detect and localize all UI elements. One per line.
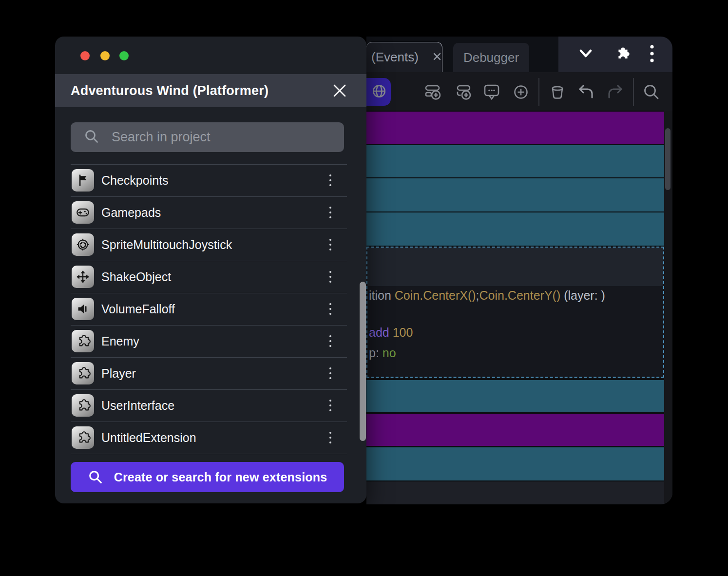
puzzle-icon (72, 362, 94, 384)
dialog-title: Adventurous Wind (Platformer) (71, 83, 268, 98)
add-event-button[interactable] (422, 81, 444, 103)
add-circle-button[interactable] (510, 81, 532, 103)
close-icon[interactable] (331, 82, 348, 99)
window-header-actions (558, 37, 672, 72)
item-menu-button[interactable] (321, 299, 340, 319)
list-item-volumefalloff[interactable]: VolumeFalloff (55, 293, 366, 325)
list-item-label: Checkpoints (101, 164, 169, 196)
puzzle-icon (72, 426, 94, 449)
list-item-gamepads[interactable]: Gamepads (55, 196, 366, 229)
kebab-menu-icon[interactable] (649, 43, 655, 66)
traffic-zoom-button[interactable] (119, 51, 129, 60)
item-menu-button[interactable] (321, 171, 340, 190)
selected-event-block[interactable]: ition Coin.CenterX();Coin.CenterY() (lay… (366, 247, 664, 378)
events-toolbar (366, 72, 672, 112)
event-row[interactable] (366, 414, 664, 446)
event-action-text: add 100 (369, 326, 413, 340)
globe-icon (369, 81, 389, 103)
list-item-enemy[interactable]: Enemy (55, 325, 366, 357)
list-item-label: ShakeObject (101, 261, 171, 293)
item-menu-button[interactable] (321, 267, 340, 287)
dialog-header: Adventurous Wind (Platformer) (55, 74, 366, 107)
undo-button[interactable] (575, 81, 597, 103)
item-menu-button[interactable] (321, 396, 340, 415)
list-item-untitledextension[interactable]: UntitledExtension (55, 422, 366, 454)
dialog-scrollbar-thumb[interactable] (360, 282, 366, 441)
list-item-label: UserInterface (101, 389, 174, 422)
search-box (71, 122, 344, 152)
item-menu-button[interactable] (321, 331, 340, 351)
list-item-label: Player (101, 357, 136, 389)
event-row[interactable] (366, 212, 664, 246)
editor-window: (Events) Debugger (366, 37, 672, 504)
search-input[interactable] (111, 129, 344, 145)
event-row[interactable] (366, 145, 664, 177)
gamepad-icon (72, 201, 94, 224)
search-icon (88, 469, 103, 485)
create-extension-button[interactable]: Create or search for new extensions (71, 462, 344, 492)
traffic-close-button[interactable] (80, 51, 90, 60)
redo-button[interactable] (604, 81, 626, 103)
puzzle-icon (72, 394, 94, 417)
item-menu-button[interactable] (321, 203, 340, 222)
tab-close-icon[interactable] (431, 51, 443, 64)
extensions-list: Checkpoints Gamepads SpriteMultitouchJoy… (55, 164, 366, 454)
event-row[interactable] (366, 447, 664, 480)
move-arrows-icon (72, 266, 94, 288)
selected-event-header (367, 248, 663, 286)
divider (71, 454, 347, 454)
tab-debugger-label: Debugger (463, 50, 519, 65)
list-item-spritemultitouchjoystick[interactable]: SpriteMultitouchJoystick (55, 229, 366, 261)
puzzle-icon (72, 330, 94, 352)
list-item-label: Gamepads (101, 196, 161, 229)
events-scrollbar-thumb[interactable] (665, 128, 671, 190)
list-item-checkpoints[interactable]: Checkpoints (55, 164, 366, 196)
event-row[interactable] (366, 380, 664, 412)
toolbar-toggle-button[interactable] (366, 78, 391, 106)
event-row[interactable] (366, 112, 664, 144)
search-events-button[interactable] (640, 81, 663, 103)
item-menu-button[interactable] (321, 364, 340, 383)
list-item-shakeobject[interactable]: ShakeObject (55, 261, 366, 293)
joystick-icon (72, 233, 94, 256)
item-menu-button[interactable] (321, 428, 340, 447)
create-extension-label: Create or search for new extensions (114, 470, 327, 484)
add-subevent-button[interactable] (453, 81, 475, 103)
list-item-label: Enemy (101, 325, 139, 357)
speaker-icon (72, 298, 94, 320)
list-item-player[interactable]: Player (55, 357, 366, 389)
flag-icon (72, 169, 94, 192)
search-icon (83, 128, 100, 147)
tab-bar: (Events) Debugger (366, 37, 672, 72)
item-menu-button[interactable] (321, 235, 340, 254)
events-sheet: ition Coin.CenterX();Coin.CenterY() (lay… (366, 111, 664, 481)
tab-events[interactable]: (Events) (366, 42, 442, 72)
tab-events-label: (Events) (371, 50, 419, 65)
list-item-label: SpriteMultitouchJoystick (101, 229, 232, 261)
trash-button[interactable] (546, 81, 569, 103)
chevron-down-icon[interactable] (576, 47, 595, 62)
list-item-label: VolumeFalloff (101, 293, 175, 325)
event-row[interactable] (366, 178, 664, 211)
event-action-text: p: no (369, 346, 396, 360)
add-comment-button[interactable] (480, 81, 503, 103)
toolbar-divider (538, 78, 539, 106)
puzzle-icon[interactable] (613, 44, 631, 65)
event-condition-text: ition Coin.CenterX();Coin.CenterY() (lay… (369, 288, 605, 303)
list-item-userinterface[interactable]: UserInterface (55, 389, 366, 422)
extensions-dialog: Adventurous Wind (Platformer) Checkpoint… (55, 37, 366, 503)
traffic-minimize-button[interactable] (100, 51, 110, 60)
list-item-label: UntitledExtension (101, 422, 196, 454)
tab-debugger[interactable]: Debugger (453, 43, 529, 72)
toolbar-divider (633, 78, 634, 106)
